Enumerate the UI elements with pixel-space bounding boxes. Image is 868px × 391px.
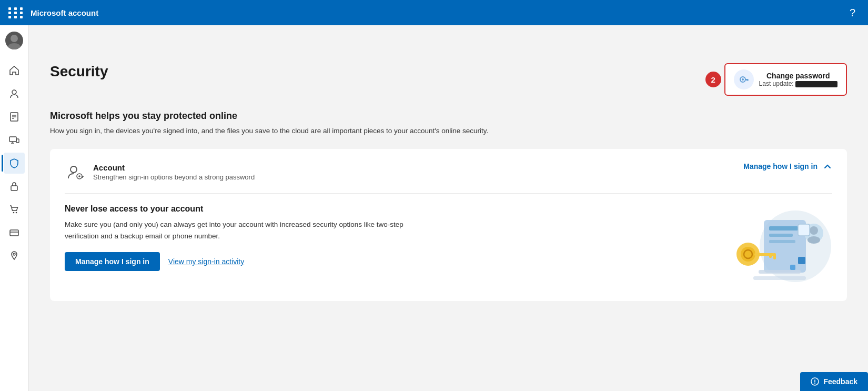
sidebar-item-home[interactable] (4, 60, 25, 81)
sidebar-item-privacy[interactable] (4, 176, 25, 197)
apps-grid-icon[interactable] (8, 7, 24, 18)
security-illustration (716, 204, 832, 288)
svg-point-31 (810, 226, 818, 235)
manage-signin-button[interactable]: Manage how I sign in (65, 252, 160, 271)
sidebar-item-rewards[interactable] (4, 199, 25, 220)
chevron-up-icon (823, 162, 832, 171)
svg-point-14 (13, 253, 15, 255)
svg-rect-42 (798, 257, 805, 264)
description-text: How you sign in, the devices you're sign… (50, 126, 523, 136)
svg-rect-9 (11, 186, 17, 191)
svg-point-35 (741, 247, 755, 262)
svg-point-1 (8, 43, 21, 49)
help-icon[interactable]: ? (850, 7, 855, 19)
svg-rect-33 (798, 224, 810, 236)
access-content: Never lose access to your account Make s… (65, 204, 433, 271)
sidebar (0, 25, 29, 391)
view-signin-activity-link[interactable]: View my sign-in activity (168, 257, 244, 266)
svg-point-11 (16, 212, 17, 214)
page-title: Security (50, 63, 108, 80)
topbar: Microsoft account ? (0, 0, 868, 25)
redacted-date (795, 81, 837, 87)
svg-rect-40 (759, 270, 801, 274)
account-card-title: Account (93, 163, 255, 172)
svg-rect-12 (10, 230, 18, 236)
sidebar-item-family[interactable] (4, 245, 25, 266)
change-password-subtitle: Last update: (759, 80, 837, 87)
card-divider (65, 193, 832, 194)
key-icon (734, 69, 754, 89)
svg-point-19 (742, 78, 744, 81)
svg-rect-39 (773, 253, 776, 259)
account-card: Account Strengthen sign-in options beyon… (50, 149, 847, 301)
svg-point-2 (12, 90, 16, 94)
access-title: Never lose access to your account (65, 204, 433, 214)
header-row: Security 2 Change password (50, 63, 847, 96)
feedback-icon (811, 377, 819, 386)
sidebar-item-security[interactable] (4, 153, 25, 174)
description-section: Microsoft helps you stay protected onlin… (50, 111, 847, 136)
badge-2: 2 (705, 72, 721, 87)
svg-rect-7 (9, 137, 16, 142)
access-buttons: Manage how I sign in View my sign-in act… (65, 252, 433, 271)
sidebar-item-billing[interactable] (4, 106, 25, 127)
change-password-button[interactable]: Change password Last update: (724, 63, 847, 96)
sidebar-item-profile[interactable] (4, 83, 25, 104)
manage-signin-link[interactable]: Manage how I sign in (743, 162, 817, 171)
svg-point-20 (70, 166, 77, 173)
change-password-title: Change password (759, 72, 837, 80)
access-text: Make sure you (and only you) can always … (65, 219, 433, 242)
svg-point-32 (808, 236, 820, 244)
avatar[interactable] (5, 32, 23, 49)
account-card-text: Account Strengthen sign-in options beyon… (93, 163, 255, 181)
svg-rect-41 (753, 276, 806, 280)
svg-point-10 (13, 212, 15, 214)
description-title: Microsoft helps you stay protected onlin… (50, 111, 847, 122)
svg-rect-28 (769, 234, 793, 237)
svg-point-24 (78, 175, 80, 177)
svg-rect-38 (769, 253, 772, 258)
svg-point-0 (11, 35, 18, 42)
change-password-text: Change password Last update: (759, 72, 837, 87)
feedback-label: Feedback (823, 377, 857, 386)
account-card-header: Account Strengthen sign-in options beyon… (65, 162, 832, 183)
svg-rect-43 (790, 265, 795, 270)
account-card-icon (65, 162, 86, 183)
svg-rect-27 (769, 226, 798, 230)
sidebar-item-devices[interactable] (4, 129, 25, 151)
account-card-subtitle: Strengthen sign-in options beyond a stro… (93, 173, 255, 181)
account-card-left: Account Strengthen sign-in options beyon… (65, 162, 255, 183)
feedback-button[interactable]: Feedback (800, 372, 868, 391)
main-content: Security 2 Change password (29, 51, 868, 391)
app-title: Microsoft account (31, 8, 843, 17)
svg-rect-29 (769, 240, 795, 243)
sidebar-item-subscriptions[interactable] (4, 222, 25, 243)
access-section: Never lose access to your account Make s… (65, 204, 832, 288)
